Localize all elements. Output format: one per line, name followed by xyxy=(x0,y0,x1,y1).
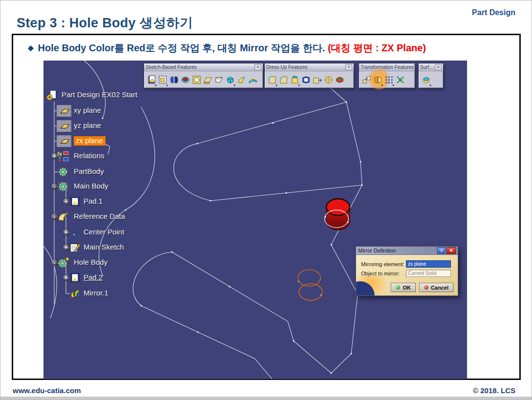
multi-pad-icon[interactable] xyxy=(169,73,180,86)
mirroring-element-row: Mirroring element: zx plane xyxy=(361,260,451,268)
drafted-pad-icon xyxy=(158,75,168,85)
tree-item-label: Mirror.1 xyxy=(84,289,108,297)
shell-icon[interactable] xyxy=(300,73,312,86)
close-icon[interactable]: x xyxy=(345,64,352,70)
tree-item-label: Main Sketch xyxy=(84,243,124,251)
thick-surface-icon[interactable] xyxy=(247,73,258,86)
relations-icon: fx xyxy=(57,150,69,162)
object-to-mirror-field[interactable]: Current Solid xyxy=(406,270,451,277)
multi-pad-icon xyxy=(169,75,179,85)
bullet-diamond-icon: ◆ xyxy=(28,43,34,52)
scaling-icon[interactable] xyxy=(395,73,406,86)
drafted-pad-icon[interactable]: ▼ xyxy=(157,73,169,86)
bullet-paren-text: (대칭 평면 : ZX Plane) xyxy=(328,42,426,53)
dialog-title-bar[interactable]: Mirror Definition ? ✕ xyxy=(356,247,458,255)
tree-item-label: Part Design EX02 Start xyxy=(62,90,137,99)
object-to-mirror-row: Object to mirror: Current Solid xyxy=(361,270,451,277)
mirror-icon xyxy=(373,75,383,85)
mirror-feature-icon xyxy=(69,288,81,299)
draft-angle-icon[interactable]: ▼ xyxy=(289,73,300,86)
footer-website: www.edu-catia.com xyxy=(13,386,81,395)
edge-fillet-icon[interactable]: ▼ xyxy=(267,73,278,86)
tree-item-reference-data[interactable]: -Reference Data xyxy=(43,211,205,223)
hole-body-red-solid[interactable] xyxy=(324,199,350,230)
tree-item-pad-1[interactable]: +Pad.1 xyxy=(43,195,205,208)
tree-item-label: Pad.1 xyxy=(84,197,103,205)
edge-fillet-icon xyxy=(267,75,277,85)
dropdown-arrow-icon: ▼ xyxy=(429,84,432,87)
multi-sections-solid-icon[interactable]: ▼ xyxy=(225,73,236,86)
removed-loft-icon[interactable] xyxy=(236,73,247,86)
thickness-icon[interactable] xyxy=(312,73,323,86)
translation-icon[interactable] xyxy=(361,73,372,86)
tree-item-xy-plane[interactable]: xy plane xyxy=(43,105,205,117)
slide: Part Design Step 3 : Hole Body 생성하기 ◆Hol… xyxy=(0,0,532,400)
content-box: ◆Hole Body Color를 Red로 수정 작업 후, 대칭 Mirro… xyxy=(12,34,521,380)
close-icon[interactable]: ✕ xyxy=(447,247,456,254)
mirror-preview-sketch xyxy=(298,270,323,300)
tree-item-main-body[interactable]: -Main Body xyxy=(43,180,205,193)
rib-icon[interactable] xyxy=(202,73,213,86)
mirror-icon[interactable]: ▼ xyxy=(372,73,383,86)
tree-item-center-point[interactable]: +Center Point xyxy=(43,226,205,239)
tree-item-pad-2[interactable]: +Pad.2 xyxy=(43,272,205,284)
close-icon[interactable]: x xyxy=(414,64,415,70)
tree-item-partbody[interactable]: PartBody xyxy=(43,166,205,178)
scaling-icon xyxy=(395,75,405,85)
point-icon xyxy=(69,227,82,238)
tree-item-label: xy plane xyxy=(74,106,101,114)
pad-feature-icon xyxy=(69,196,81,208)
sketch-icon xyxy=(69,242,81,253)
plane-icon xyxy=(57,120,71,132)
tree-item-relations[interactable]: +fxRelations xyxy=(43,150,205,163)
toolbar-dress-up-features: Dress-Up Features x ▼▼ xyxy=(264,63,354,88)
tree-item-label: Main Body xyxy=(74,182,108,190)
pad-icon xyxy=(147,75,157,85)
hole-icon[interactable] xyxy=(191,73,202,86)
ok-button[interactable]: OK xyxy=(391,283,416,292)
toolbar-title-bar[interactable]: Sketch-Based Features x xyxy=(144,63,263,71)
slot-icon xyxy=(214,75,224,85)
tree-item-label: Hole Body xyxy=(74,258,107,266)
plane-icon xyxy=(58,135,70,147)
rectangular-pattern-icon xyxy=(384,75,394,85)
tree-item-hole-body[interactable]: -Hole Body xyxy=(43,256,205,269)
tree-item-zx-plane[interactable]: zx plane xyxy=(43,135,205,147)
thread-icon[interactable] xyxy=(323,73,334,86)
toolbar-title: Surf... xyxy=(420,64,433,70)
dialog-globe-decoration xyxy=(356,276,385,296)
slot-icon[interactable] xyxy=(213,73,225,86)
tree-item-yz-plane[interactable]: yz plane xyxy=(43,120,205,132)
cancel-ball-icon xyxy=(424,285,428,290)
tree-item-mirror-1[interactable]: Mirror.1 xyxy=(43,287,205,300)
toolbar-surface: Surf... x ▼ xyxy=(418,63,444,88)
pad-icon[interactable]: ▼ xyxy=(146,73,157,86)
cancel-button[interactable]: Cancel xyxy=(419,283,453,292)
toolbar-title-bar[interactable]: Surf... x xyxy=(419,63,443,71)
tree-item-main-sketch[interactable]: +Main Sketch xyxy=(43,241,205,254)
3d-viewport[interactable]: Part Design EX02 Startxy planeyz planezx… xyxy=(43,61,467,379)
shaft-icon[interactable] xyxy=(180,73,191,86)
close-icon[interactable]: x xyxy=(255,64,261,70)
tree-item-part-design-ex02-start[interactable]: Part Design EX02 Start xyxy=(43,89,205,102)
help-icon[interactable]: ? xyxy=(437,247,446,254)
toolbar-title-bar[interactable]: Transformation Features x xyxy=(359,63,415,71)
toolbar-title-bar[interactable]: Dress-Up Features x xyxy=(265,63,354,71)
bullet-line: ◆Hole Body Color를 Red로 수정 작업 후, 대칭 Mirro… xyxy=(28,42,426,55)
body-gear-icon xyxy=(57,181,69,192)
chamfer-icon[interactable] xyxy=(278,73,289,86)
extruded-surface-icon[interactable]: ▼ xyxy=(421,73,432,86)
toolbar-title: Dress-Up Features xyxy=(266,64,307,70)
corner-label: Part Design xyxy=(472,8,515,17)
mirroring-element-field[interactable]: zx plane xyxy=(406,260,451,268)
close-icon[interactable]: x xyxy=(435,64,442,70)
thickness-icon xyxy=(312,75,322,85)
extruded-surface-icon xyxy=(421,75,431,85)
reference-data-icon xyxy=(57,211,69,223)
plane-icon xyxy=(58,120,70,132)
rectangular-pattern-icon[interactable]: ▼ xyxy=(383,73,395,86)
tree-item-label: yz plane xyxy=(74,121,101,129)
shell-icon xyxy=(301,75,311,85)
pad-feature-icon xyxy=(69,272,81,284)
remove-face-icon[interactable] xyxy=(334,73,345,86)
